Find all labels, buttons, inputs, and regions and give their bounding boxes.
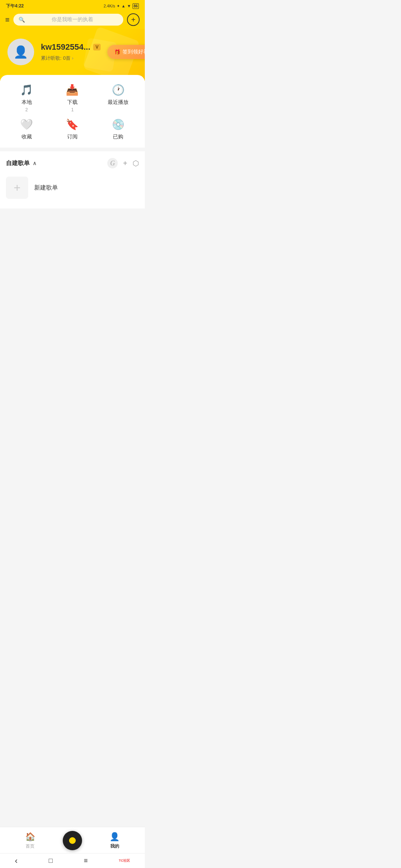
action-local[interactable]: 🎵 本地 2	[12, 84, 42, 112]
local-music-icon: 🎵	[20, 84, 33, 96]
wifi-icon: ▼	[127, 4, 131, 8]
listen-number: 0首	[63, 55, 71, 62]
action-purchased[interactable]: 💿 已购	[103, 118, 133, 140]
purchased-icon: 💿	[112, 118, 125, 131]
top-bar: ≡ 🔍 你是我唯一的执着 +	[0, 10, 145, 29]
username: kw1592554...	[41, 42, 90, 52]
add-button[interactable]: +	[127, 13, 140, 26]
search-placeholder: 你是我唯一的执着	[27, 16, 118, 23]
status-bar: 下午4:22 2.4K/s ✦ ▲ ▼ 86	[0, 0, 145, 10]
status-time: 下午4:22	[6, 3, 24, 9]
checkin-button[interactable]: 🎁 签到领好礼	[107, 45, 145, 59]
section-header: 自建歌单 ∧ G + ⬡	[6, 151, 139, 173]
quick-actions-row2: 🤍 收藏 🔖 订阅 💿 已购	[0, 117, 145, 148]
purchased-label: 已购	[113, 134, 123, 140]
local-music-count: 2	[25, 107, 28, 112]
download-icon: 📥	[66, 84, 79, 96]
subscribe-icon: 🔖	[66, 118, 79, 131]
new-playlist-thumb: +	[6, 177, 28, 199]
download-label: 下载	[67, 99, 78, 106]
status-right: 2.4K/s ✦ ▲ ▼ 86	[104, 3, 139, 9]
playlist-add-icon[interactable]: +	[123, 159, 127, 168]
search-icon: 🔍	[19, 17, 25, 23]
white-section: 🎵 本地 2 📥 下载 1 🕐 最近播放 🤍 收藏 🔖 订阅 💿 已购	[0, 75, 145, 208]
battery-indicator: 86	[133, 3, 139, 9]
playlist-settings-icon[interactable]: ⬡	[133, 159, 139, 168]
download-count: 1	[71, 107, 74, 112]
expand-icon[interactable]: ∧	[33, 160, 36, 166]
section-title-text: 自建歌单	[6, 160, 30, 167]
vip-badge: V	[93, 44, 101, 50]
action-subscribe[interactable]: 🔖 订阅	[58, 118, 87, 140]
quick-actions-row1: 🎵 本地 2 📥 下载 1 🕐 最近播放	[0, 75, 145, 117]
playlist-search-icon[interactable]: G	[107, 158, 118, 168]
checkin-label: 签到领好礼	[123, 49, 145, 55]
action-recent[interactable]: 🕐 最近播放	[103, 84, 133, 112]
new-playlist-item[interactable]: + 新建歌单	[6, 173, 139, 206]
playlist-section: 自建歌单 ∧ G + ⬡ + 新建歌单	[0, 151, 145, 206]
profile-info: kw1592554... V 累计听歌: 0首 ›	[41, 42, 101, 62]
local-music-label: 本地	[22, 99, 32, 106]
avatar[interactable]: 👤	[7, 39, 34, 65]
favorite-icon: 🤍	[20, 118, 33, 131]
status-speed: 2.4K/s	[104, 4, 115, 8]
menu-button[interactable]: ≡	[5, 16, 10, 24]
username-row: kw1592554... V	[41, 42, 101, 52]
search-bar[interactable]: 🔍 你是我唯一的执着	[13, 14, 123, 26]
action-favorite[interactable]: 🤍 收藏	[12, 118, 42, 140]
profile-section: 👤 kw1592554... V 累计听歌: 0首 › 🎁 签到领好礼	[0, 29, 145, 81]
subscribe-label: 订阅	[67, 134, 78, 140]
listen-count[interactable]: 累计听歌: 0首 ›	[41, 55, 101, 62]
recent-play-label: 最近播放	[108, 99, 128, 106]
listen-label: 累计听歌:	[41, 55, 62, 62]
new-playlist-icon: +	[14, 181, 21, 195]
listen-arrow: ›	[72, 56, 74, 61]
divider	[0, 148, 145, 151]
signal-icon: ▲	[121, 4, 125, 8]
section-title: 自建歌单 ∧	[6, 160, 36, 167]
section-actions: G + ⬡	[107, 158, 139, 168]
favorite-label: 收藏	[22, 134, 32, 140]
recent-play-icon: 🕐	[112, 84, 125, 96]
new-playlist-label: 新建歌单	[34, 184, 58, 192]
bluetooth-icon: ✦	[117, 4, 120, 9]
action-download[interactable]: 📥 下载 1	[58, 84, 87, 112]
checkin-icon: 🎁	[114, 49, 120, 55]
